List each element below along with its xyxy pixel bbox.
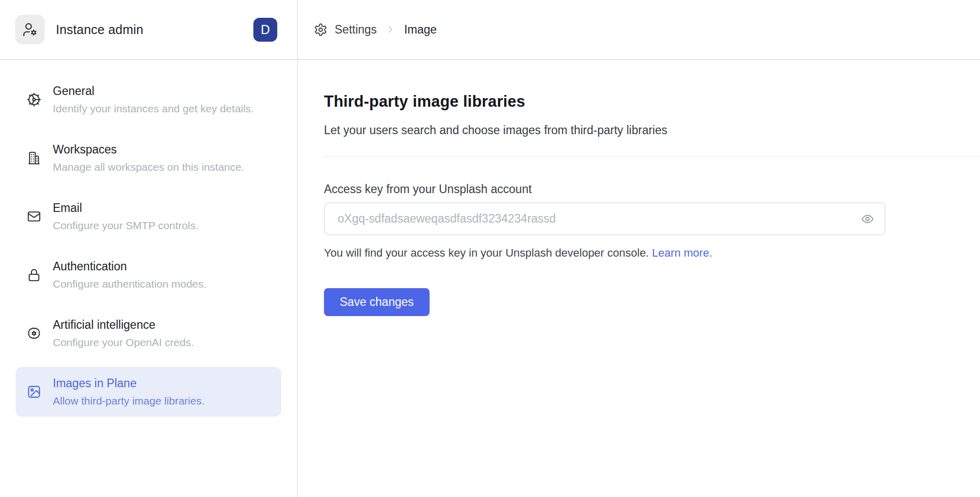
access-key-label: Access key from your Unsplash account [324, 182, 980, 196]
access-key-input[interactable] [324, 202, 886, 235]
user-cog-icon [22, 21, 38, 38]
chevron-right-icon [385, 24, 396, 35]
eye-icon [861, 212, 874, 226]
breadcrumb-current-page: Image [404, 23, 437, 37]
sidebar-item-text: Authentication Configure authentication … [53, 259, 206, 291]
sidebar-item-text: General Identify your instances and get … [53, 84, 254, 115]
helper-text-body: You will find your access key in your Un… [324, 246, 649, 259]
sidebar-item-description: Configure authentication modes. [53, 277, 206, 291]
building-icon [26, 150, 42, 166]
sidebar-item-authentication[interactable]: Authentication Configure authentication … [16, 250, 281, 300]
sidebar-item-text: Email Configure your SMTP controls. [53, 201, 199, 232]
section-divider [324, 156, 980, 157]
section-subheading: Let your users search and choose images … [324, 123, 980, 137]
sidebar-item-label: Email [53, 201, 199, 215]
sidebar-item-description: Manage all workspaces on this instance. [53, 160, 244, 174]
instance-admin-app: Instance admin D General Identify your i… [0, 0, 980, 497]
helper-text: You will find your access key in your Un… [324, 246, 980, 260]
sidebar-item-artificial-intelligence[interactable]: Artificial intelligence Configure your O… [16, 308, 281, 358]
sidebar-item-general[interactable]: General Identify your instances and get … [16, 75, 281, 125]
settings-content: Third-party image libraries Let your use… [298, 60, 980, 316]
sidebar-item-label: General [53, 84, 254, 98]
sidebar-item-images-in-plane[interactable]: Images in Plane Allow third-party image … [16, 367, 281, 417]
sidebar: Instance admin D General Identify your i… [0, 0, 298, 497]
breadcrumb: Settings Image [298, 0, 980, 60]
save-changes-button[interactable]: Save changes [324, 288, 430, 316]
reveal-key-button[interactable] [861, 212, 874, 226]
sidebar-item-text: Workspaces Manage all workspaces on this… [53, 142, 244, 174]
sidebar-item-label: Artificial intelligence [53, 318, 194, 332]
sidebar-item-text: Images in Plane Allow third-party image … [53, 376, 205, 408]
mail-icon [26, 209, 42, 224]
sidebar-nav: General Identify your instances and get … [0, 60, 297, 425]
sidebar-item-description: Configure your OpenAI creds. [53, 335, 194, 349]
cog-icon [26, 92, 42, 107]
sidebar-item-description: Allow third-party image libraries. [53, 394, 205, 408]
sidebar-item-email[interactable]: Email Configure your SMTP controls. [16, 192, 281, 241]
sidebar-item-text: Artificial intelligence Configure your O… [53, 318, 194, 349]
breadcrumb-settings-link[interactable]: Settings [335, 23, 377, 37]
sidebar-item-label: Images in Plane [53, 376, 205, 390]
sidebar-item-description: Configure your SMTP controls. [53, 219, 199, 232]
user-avatar[interactable]: D [253, 18, 277, 42]
sidebar-item-label: Authentication [53, 259, 206, 273]
learn-more-link[interactable]: Learn more. [652, 246, 712, 259]
brain-cog-icon [26, 326, 42, 341]
image-icon [26, 384, 42, 399]
instance-admin-logo [15, 15, 45, 44]
sidebar-item-workspaces[interactable]: Workspaces Manage all workspaces on this… [16, 133, 281, 183]
settings-gear-icon [314, 23, 328, 37]
sidebar-header: Instance admin D [0, 0, 297, 60]
page-title: Instance admin [56, 22, 143, 37]
access-key-field-wrapper [324, 202, 886, 235]
section-heading: Third-party image libraries [324, 92, 980, 111]
sidebar-item-description: Identify your instances and get key deta… [53, 102, 254, 115]
main-panel: Settings Image Third-party image librari… [298, 0, 980, 497]
sidebar-item-label: Workspaces [53, 142, 244, 157]
lock-icon [26, 267, 42, 283]
